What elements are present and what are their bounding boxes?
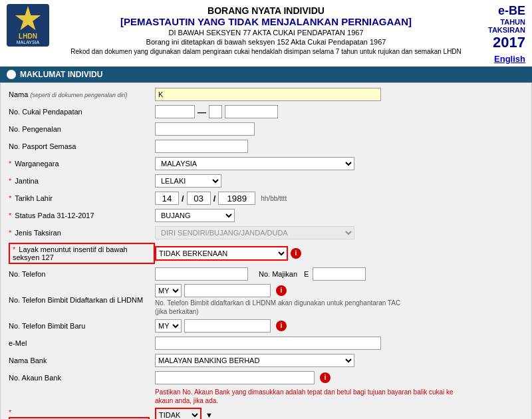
nama-bank-label: Nama Bank (9, 356, 155, 364)
header-center: BORANG NYATA INDIVIDU [PEMASTAUTIN YANG … (60, 4, 472, 57)
no-akaun-input[interactable] (155, 371, 315, 384)
no-pengenalan-row: No. Pengenalan (9, 122, 523, 136)
no-tel-bimbit-baru-group: MY i (155, 319, 287, 333)
layak-input-group: TIDAK BERKENAAN YA TIDAK i (155, 246, 301, 261)
no-akaun-label: No. Akaun Bank (9, 374, 155, 382)
layak-row: Layak menuntut insentif di bawah seksyen… (9, 243, 523, 264)
ebe-label: e-BE (472, 4, 525, 18)
circle-icon (7, 70, 16, 79)
jantina-select[interactable]: LELAKI PEREMPUAN (155, 174, 221, 188)
tarikh-day[interactable] (155, 192, 179, 205)
tidak-arrow: ▼ (205, 411, 213, 419)
no-tel-bimbit-inputs: MY i (155, 284, 408, 297)
malaysia-label: MALAYSIA (17, 40, 40, 45)
tarikh-label: Tarikh Lahir (9, 194, 155, 202)
no-akaun-row: No. Akaun Bank i (9, 370, 523, 385)
header-sub1: DI BAWAH SEKSYEN 77 AKTA CUKAI PENDAPATA… (60, 29, 472, 37)
jantina-label: Jantina (9, 177, 155, 185)
warganegara-row: Warganegara MALAYSIA BUKAN WARGANEGARA (9, 156, 523, 171)
no-tel-bimbit-baru-label: No. Telefon Bimbit Baru (9, 322, 155, 330)
date-sep2: / (213, 194, 216, 204)
no-pasport-input[interactable] (155, 140, 248, 153)
emel-row: e-Mel (9, 336, 523, 350)
logo-emblem (15, 6, 41, 33)
layak-select[interactable]: TIDAK BERKENAAN YA TIDAK (155, 246, 288, 261)
no-tel-bimbit-label: No. Telefon Bimbit Didaftarkan di LHDNM (9, 296, 155, 304)
melupuskan-row: * Melupuskan aset di bawah Akta Cukai Ke… (9, 408, 523, 419)
no-cukai-row: No. Cukai Pendapatan — (9, 104, 523, 119)
tel-bimbit-baru-info-icon[interactable]: i (276, 321, 287, 331)
warganegara-select[interactable]: MALAYSIA BUKAN WARGANEGARA (155, 157, 354, 170)
nama-label: Nama (seperti di dokumen pengenalan diri… (9, 90, 155, 98)
tahun-label: TAHUN TAKSIRAN (472, 18, 525, 34)
nama-input[interactable] (155, 88, 381, 101)
akaun-note-area: Pastikan No. Akaun Bank yang dimasukkan … (155, 388, 523, 405)
tel-bimbit-note: No. Telefon Bimbit didaftarkan di LHDNM … (155, 299, 408, 316)
section-maklumat[interactable]: MAKLUMAT INDIVIDU (0, 67, 532, 82)
tarikh-input-group: / / hh/bb/tttt (155, 192, 287, 205)
no-cukai-suffix[interactable] (225, 105, 278, 118)
header-sub2: Borang ini ditetapkan di bawah seksyen 1… (60, 38, 472, 46)
header-title-main: BORANG NYATA INDIVIDU (60, 5, 472, 16)
no-cukai-input-group: — (155, 105, 278, 118)
warganegara-label: Warganegara (9, 160, 155, 168)
emel-label: e-Mel (9, 339, 155, 347)
no-akaun-input-group: i (155, 371, 331, 384)
jenis-taksiran-select[interactable]: DIRI SENDIRI/BUJANG/JANDA/DUDA (155, 226, 354, 239)
my-prefix-select[interactable]: MY (155, 284, 182, 297)
no-tel-bimbit-baru-input[interactable] (184, 319, 271, 333)
jenis-taksiran-row: Jenis Taksiran DIRI SENDIRI/BUJANG/JANDA… (9, 225, 523, 240)
status-row: Status Pada 31-12-2017 BUJANG KAHWIN JAN… (9, 208, 523, 223)
cukai-dash: — (198, 107, 206, 117)
jantina-row: Jantina LELAKI PEREMPUAN (9, 174, 523, 188)
no-pasport-label: No. Pasport Semasa (9, 142, 155, 150)
jenis-taksiran-label: Jenis Taksiran (9, 229, 155, 237)
header-title-bold: [PEMASTAUTIN YANG TIDAK MENJALANKAN PERN… (60, 16, 472, 27)
no-cukai-prefix[interactable] (155, 105, 195, 118)
emel-input[interactable] (155, 337, 381, 350)
bank-select[interactable]: MALAYAN BANKING BERHAD CIMB BANK PUBLIC … (155, 354, 354, 367)
no-tel-bimbit-group: MY i No. Telefon Bimbit didaftarkan di L… (155, 284, 408, 316)
layak-label: Layak menuntut insentif di bawah seksyen… (9, 243, 155, 264)
date-sep1: / (182, 194, 184, 204)
page-wrapper: LHDN MALAYSIA BORANG NYATA INDIVIDU [PEM… (0, 0, 532, 419)
majikan-prefix: E (304, 270, 309, 278)
header-right: e-BE TAHUN TAKSIRAN 2017 English (472, 4, 525, 64)
logo-area: LHDN MALAYSIA (7, 4, 60, 47)
no-telefon-input[interactable] (155, 267, 248, 281)
no-tel-bimbit-baru-row: No. Telefon Bimbit Baru MY i (9, 319, 523, 333)
no-cukai-label: No. Cukai Pendapatan (9, 108, 155, 116)
no-majikan-input[interactable] (313, 267, 366, 281)
english-link[interactable]: English (472, 54, 525, 64)
no-akaun-row-wrapper: No. Akaun Bank i Pastikan No. Akaun Bank… (9, 370, 523, 405)
my-prefix-baru-select[interactable]: MY (155, 319, 182, 333)
no-telefon-label: No. Telefon (9, 270, 155, 278)
tidak-harta-group: TIDAK YA ▼ (155, 408, 213, 419)
no-pengenalan-input[interactable] (155, 122, 255, 136)
nama-row: Nama (seperti di dokumen pengenalan diri… (9, 87, 523, 102)
tarikh-month[interactable] (187, 192, 211, 205)
logo-box: LHDN MALAYSIA (7, 4, 49, 47)
tarikh-year[interactable] (218, 192, 255, 205)
year-label: 2017 (472, 34, 525, 51)
tel-bimbit-info-icon[interactable]: i (276, 285, 287, 296)
no-pasport-row: No. Pasport Semasa (9, 139, 523, 154)
layak-info-icon[interactable]: i (291, 248, 301, 259)
no-cukai-mid[interactable] (209, 105, 222, 118)
no-telefon-input-group: No. Majikan E (155, 267, 366, 281)
nama-bank-row: Nama Bank MALAYAN BANKING BERHAD CIMB BA… (9, 353, 523, 368)
header: LHDN MALAYSIA BORANG NYATA INDIVIDU [PEM… (0, 0, 532, 67)
no-tel-bimbit-row: No. Telefon Bimbit Didaftarkan di LHDNM … (9, 284, 523, 316)
tarikh-row: Tarikh Lahir / / hh/bb/tttt (9, 191, 523, 206)
header-note: Rekod dan dokumen yang digunakan dalam p… (60, 48, 472, 55)
status-label: Status Pada 31-12-2017 (9, 211, 155, 219)
akaun-info-icon[interactable]: i (320, 372, 331, 383)
status-select[interactable]: BUJANG KAHWIN JANDA/DUDA (155, 209, 235, 222)
akaun-note: Pastikan No. Akaun Bank yang dimasukkan … (155, 388, 461, 405)
no-tel-bimbit-input[interactable] (184, 284, 271, 297)
tidak-select[interactable]: TIDAK YA (155, 408, 201, 419)
lhdn-label: LHDN (19, 33, 37, 40)
section-maklumat-label: MAKLUMAT INDIVIDU (20, 70, 102, 79)
form-area: Nama (seperti di dokumen pengenalan diri… (0, 82, 532, 419)
no-pengenalan-label: No. Pengenalan (9, 125, 155, 133)
